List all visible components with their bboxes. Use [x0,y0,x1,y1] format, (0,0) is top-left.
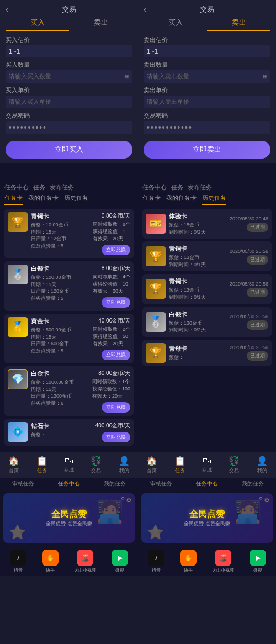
home-icon-right: 🏠 [146,456,157,466]
sub-nav-my-right[interactable]: 我的任务 [242,480,264,488]
promo-banner-left[interactable]: 🧑‍💻 ⭐ ⚙ ⚙ 全民点赞 全民促赞·点赞全民赚 [3,493,135,543]
tab-history-task-left[interactable]: 历史任务 [64,194,88,205]
bottom-nav-right: 🏠 首页 📋 任务 🛍 商城 💱 交易 👤 我的 [138,452,276,478]
tab-buy-sell-inactive[interactable]: 买入 [144,18,207,31]
sell-password-input[interactable]: •••••••••••• [144,121,270,134]
sub-nav-center-left[interactable]: 任务中心 [58,480,80,488]
sell-price-input[interactable]: 请输入卖出单价 [144,96,270,108]
tab-my-task-card[interactable]: 我的任务卡 [28,194,59,205]
diamond-card-title: 钻石卡 [31,422,88,430]
history-card-qingmu: 🏆 青母卡 预估： 2020/05/30 20:56 已过期 [142,340,272,366]
nav-trade-left[interactable]: 💱 交易 [91,456,102,474]
history-bronze1-title: 青铜卡 [169,245,226,253]
buy-quantity-input[interactable]: 请输入买入数量 ⊞ [6,70,132,83]
nav-shop-left[interactable]: 🛍 商城 [64,456,74,474]
sub-nav-my-left[interactable]: 我的任务 [104,480,126,488]
huoshan-label-left: 火山小视频 [74,567,96,573]
promo-text-left: 全民点赞 全民促赞·点赞全民赚 [46,509,92,527]
bottom-nav-left: 🏠 首页 📋 任务 🛍 商城 💱 交易 👤 我的 [0,452,138,478]
home-label-left: 首页 [9,467,19,474]
tab-sell-inactive[interactable]: 卖出 [69,18,132,31]
history-card-silver: 🥈 白银卡 预估：130金币到期时间：0/2天 2020/05/30 20:56… [142,307,272,337]
mine-icon-left: 👤 [119,456,130,466]
tiktok-symbol-left: ♪ [17,554,20,562]
silver-exchange-btn[interactable]: 立即兑换 [102,297,130,308]
app-tiktok-left[interactable]: ♪ 抖音 [10,550,26,573]
task-header-publish-right[interactable]: 发布任务 [188,183,212,192]
sub-nav-audit-left[interactable]: 审核任务 [12,480,34,488]
silver-icon: 🥈 [8,265,28,284]
promo-title-right: 全民点赞 [184,509,230,520]
sell-button[interactable]: 立即卖出 [144,141,270,159]
nav-home-left[interactable]: 🏠 首页 [8,456,19,474]
app-weishi-left[interactable]: ▶ 微视 [112,550,128,573]
huoshan-symbol-right: 🌋 [219,554,227,562]
sub-navs: 审核任务 任务中心 我的任务 审核任务 任务中心 我的任务 [0,478,276,490]
experience-expired-badge: 已过期 [247,223,268,232]
sub-nav-center-right[interactable]: 任务中心 [196,480,218,488]
promo-banner-right[interactable]: 🧑‍💻 ⭐ ⚙ ⚙ 全民点赞 全民促赞·点赞全民赚 [141,493,273,543]
history-bronze1-detail: 预估：13金币到期时间：0/1天 [169,254,226,268]
nav-task-right[interactable]: 📋 任务 [174,456,185,474]
nav-mine-left[interactable]: 👤 我的 [119,456,130,474]
sell-estimate-group: 卖出估价 1~1 [144,36,270,57]
sub-nav-right: 审核任务 任务中心 我的任务 [138,478,276,490]
diamond-card-right: 400.00金币/天 立即兑换 [92,422,130,442]
history-card-bronze2: 🏆 青铜卡 预估：13金币到期时间：0/1天 2020/05/30 20:56 … [142,274,272,304]
task-card-gold: 🥇 黄金卡 价格：500.00金币周期：15天日产量：600金币任务点赞量：5 … [4,314,134,363]
tab-my-task-card-right[interactable]: 我的任务卡 [166,194,197,205]
sell-quantity-arrow: ⊞ [263,73,267,80]
gear-icon2-right: ⚙ [259,496,263,501]
task-header-center-left: 任务中心 [4,183,29,192]
app-huoshan-left[interactable]: 🌋 火山小视频 [74,550,96,573]
trade-label-left: 交易 [91,467,101,474]
app-kuaishou-right[interactable]: ✋ 快手 [180,550,197,573]
back-arrow-left[interactable]: ‹ [6,5,8,14]
nav-mine-right[interactable]: 👤 我的 [257,456,268,474]
nav-shop-right[interactable]: 🛍 商城 [202,456,212,474]
history-card-bronze1: 🏆 青铜卡 预估：13金币到期时间：0/1天 2020/05/30 20:56 … [142,241,272,271]
back-arrow-right[interactable]: ‹ [144,5,146,14]
sell-quantity-input[interactable]: 请输入卖出数量 ⊞ [144,70,270,83]
history-bronze1-date: 2020/05/30 20:56 [230,249,268,254]
tiktok-icon-right: ♪ [148,550,164,566]
promo-panels: 🧑‍💻 ⭐ ⚙ ⚙ 全民点赞 全民促赞·点赞全民赚 🧑‍💻 ⭐ ⚙ ⚙ 全民点赞… [0,490,276,546]
sell-panel-header: ‹ 交易 [144,4,270,14]
sub-nav-audit-right[interactable]: 审核任务 [150,480,172,488]
diamond-exchange-btn[interactable]: 立即兑换 [102,432,130,442]
buy-price-group: 买入单价 请输入买入单价 [6,86,132,108]
app-weishi-right[interactable]: ▶ 微视 [250,550,266,573]
tab-task-card-right[interactable]: 任务卡 [142,194,161,205]
tab-sell-active[interactable]: 卖出 [207,18,270,31]
nav-trade-right[interactable]: 💱 交易 [229,456,240,474]
tab-buy-active[interactable]: 买入 [6,18,69,31]
task-header-task-right[interactable]: 任务 [171,183,183,192]
app-kuaishou-left[interactable]: ✋ 快手 [42,550,59,573]
task-header-task-left[interactable]: 任务 [33,183,45,192]
silver-card-right: 8.00金币/天 同时领取数：4个获得经验值：10有效天：20天 立即兑换 [92,265,130,308]
kuaishou-symbol-right: ✋ [184,554,193,562]
diamond-icon: 💠 [8,422,28,442]
buy-button[interactable]: 立即买入 [6,141,132,159]
bronze-card-right: 0.80金币/天 同时领取数：8个获得经验值：1有效天：20天 立即兑换 [92,212,130,255]
task-header-publish-left[interactable]: 发布任务 [50,183,74,192]
platinum-card-right: 80.00金币/天 同时领取数：1个获得经验值：100有效天：20天 立即兑换 [92,369,130,413]
nav-task-left[interactable]: 📋 任务 [36,456,47,474]
app-icons-section: ♪ 抖音 ✋ 快手 🌋 火山小视频 ▶ 微视 ♪ 抖音 [0,546,276,576]
experience-history-right: 2020/05/30 20:46 已过期 [230,216,268,232]
gold-exchange-btn[interactable]: 立即兑换 [102,350,130,360]
history-qingmu-body: 青母卡 预估： [169,345,226,361]
buy-password-input[interactable]: •••••••••• [6,121,132,134]
bronze-exchange-btn[interactable]: 立即兑换 [102,245,130,255]
app-tiktok-right[interactable]: ♪ 抖音 [148,550,164,573]
task-panels: 任务中心 任务 发布任务 任务卡 我的任务卡 历史任务 🏆 青铜卡 价格：10.… [0,180,276,452]
tab-task-card[interactable]: 任务卡 [4,194,23,205]
tab-history-task-right[interactable]: 历史任务 [202,194,226,205]
history-bronze2-right: 2020/05/30 20:56 已过期 [230,281,268,297]
history-silver-right: 2020/05/30 20:56 已过期 [230,314,268,330]
nav-home-right[interactable]: 🏠 首页 [146,456,157,474]
app-huoshan-right[interactable]: 🌋 火山小视频 [212,550,234,573]
buy-price-input[interactable]: 请输入买入单价 [6,96,132,108]
promo-title-left: 全民点赞 [46,509,92,520]
platinum-exchange-btn[interactable]: 立即兑换 [102,402,130,413]
